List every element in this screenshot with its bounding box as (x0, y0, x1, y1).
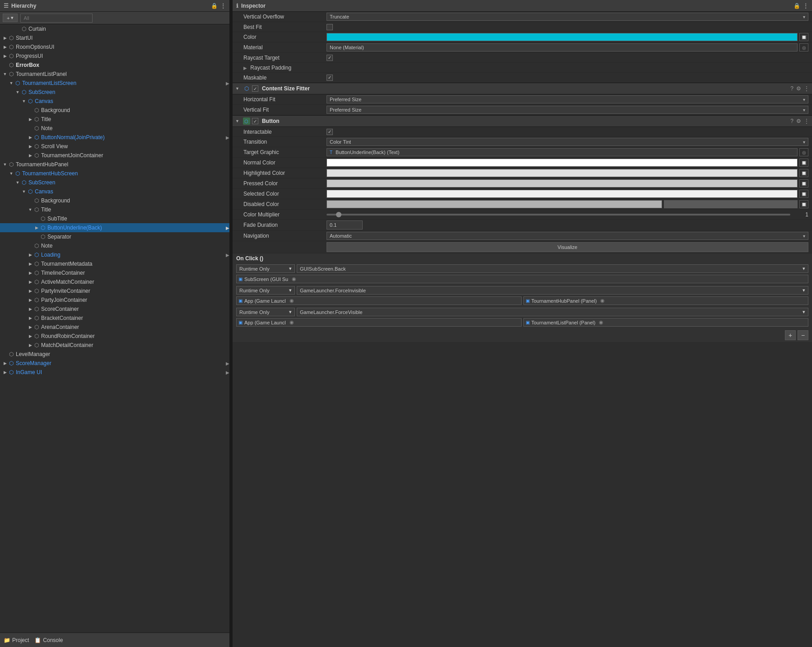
section-enabled-checkbox[interactable]: ✓ (252, 85, 258, 92)
tree-item-canvas2[interactable]: ▼ ⬡ Canvas (0, 187, 229, 196)
raycast-padding-arrow[interactable]: ▶ (243, 66, 247, 70)
visualize-button[interactable]: Visualize (327, 242, 808, 252)
highlighted-color-field[interactable] (327, 169, 798, 177)
expand-icon[interactable]: ▶ (27, 117, 33, 122)
tree-item-progressui[interactable]: ▶ ⬡ ProgressUI (0, 52, 229, 61)
expand-icon[interactable]: ▼ (14, 180, 21, 185)
function-dropdown-3[interactable]: GameLauncher.ForceVisible ▾ (297, 308, 808, 316)
tree-item-curtain[interactable]: ⬡ Curtain (0, 24, 229, 33)
color-multiplier-slider[interactable] (327, 214, 790, 216)
normal-color-eyedropper[interactable]: 🔲 (799, 159, 808, 167)
expand-icon[interactable]: ▶ (27, 135, 33, 140)
tree-item-loading[interactable]: ▶ ⬡ Loading ▶ (0, 250, 229, 259)
section-enabled-checkbox[interactable]: ✓ (252, 118, 258, 124)
tree-item-partyinvite[interactable]: ▶ ⬡ PartyInviteContainer (0, 286, 229, 295)
expand-icon[interactable]: ▶ (27, 316, 33, 320)
expand-icon[interactable]: ▼ (21, 99, 27, 103)
normal-color-field[interactable] (327, 159, 798, 167)
add-button[interactable]: + ▾ (3, 14, 18, 22)
tree-item-errorbox[interactable]: ⬡ ErrorBox (0, 61, 229, 70)
tree-item-background1[interactable]: ⬡ Background (0, 106, 229, 115)
right-expand-arrow[interactable]: ▶ (226, 81, 229, 86)
runtime-dropdown-2[interactable]: Runtime Only ▾ (236, 286, 295, 295)
obj-ref-2b[interactable]: ▣ TournamentHubPanel (Panel) ◉ (523, 296, 809, 305)
selected-color-eyedropper[interactable]: 🔲 (799, 190, 808, 198)
expand-icon[interactable]: ▶ (27, 307, 33, 311)
more-icon[interactable]: ⋮ (804, 85, 809, 92)
hierarchy-lock-icon[interactable]: 🔒 (211, 3, 218, 9)
expand-icon[interactable]: ▶ (27, 153, 33, 158)
obj-ref-3a[interactable]: ▣ App (Game Launcl ◉ (236, 318, 522, 327)
more-icon[interactable]: ⋮ (804, 118, 809, 124)
horizontal-fit-dropdown[interactable]: Preferred Size ▾ (327, 95, 808, 103)
project-tab[interactable]: 📁 Project (4, 637, 29, 643)
tree-item-scoremanager[interactable]: ▶ ⬡ ScoreManager ▶ (0, 359, 229, 368)
interactable-checkbox[interactable]: ✓ (327, 129, 333, 135)
expand-icon[interactable]: ▶ (27, 325, 33, 329)
expand-icon[interactable]: ▶ (2, 36, 8, 40)
tree-item-tournamenthubscreen[interactable]: ▼ ⬡ TournamentHubScreen (0, 169, 229, 178)
obj-circle-2a[interactable]: ◉ (289, 298, 294, 304)
selected-color-field[interactable] (327, 190, 798, 198)
tree-item-startui[interactable]: ▶ ⬡ StartUI (0, 33, 229, 42)
raycast-target-checkbox[interactable]: ✓ (327, 55, 333, 61)
tree-item-scrollview[interactable]: ▶ ⬡ Scroll View (0, 142, 229, 151)
target-graphic-ref-button[interactable]: ◎ (799, 148, 808, 156)
transition-dropdown[interactable]: Color Tint ▾ (327, 138, 808, 146)
tree-item-timelinecontainer[interactable]: ▶ ⬡ TimelineContainer (0, 268, 229, 277)
right-expand-arrow[interactable]: ▶ (226, 370, 229, 375)
tree-item-subtitle[interactable]: ⬡ SubTitle (0, 214, 229, 223)
slider-thumb[interactable] (336, 212, 341, 217)
expand-icon[interactable]: ▼ (8, 171, 14, 176)
tree-item-buttonnormal[interactable]: ▶ ⬡ ButtonNormal(JoinPrivate) ▶ (0, 133, 229, 142)
tree-item-subscreen2[interactable]: ▼ ⬡ SubScreen (0, 178, 229, 187)
tree-item-activematch[interactable]: ▶ ⬡ ActiveMatchContainer (0, 277, 229, 286)
expand-icon[interactable]: ▶ (2, 54, 8, 58)
expand-icon[interactable]: ▼ (14, 90, 21, 94)
expand-icon[interactable]: ▶ (27, 334, 33, 338)
tree-item-partyjoin[interactable]: ▶ ⬡ PartyJoinContainer (0, 295, 229, 305)
expand-icon[interactable]: ▶ (33, 225, 40, 230)
obj-circle-1a[interactable]: ◉ (292, 276, 296, 282)
expand-icon[interactable]: ▶ (27, 343, 33, 347)
tree-item-tournamentjoin[interactable]: ▶ ⬡ TournamentJoinContainer (0, 151, 229, 160)
right-expand-arrow[interactable]: ▶ (226, 361, 229, 366)
function-dropdown-1[interactable]: GUISubScreen.Back ▾ (297, 264, 808, 273)
obj-ref-3b[interactable]: ▣ TournamentListPanel (Panel) ◉ (523, 318, 809, 327)
function-dropdown-2[interactable]: GameLauncher.ForceInvisible ▾ (297, 286, 808, 295)
color-field[interactable] (327, 33, 798, 41)
settings-icon[interactable]: ⚙ (796, 85, 801, 92)
fade-duration-input[interactable] (327, 220, 363, 230)
expand-icon[interactable]: ▶ (27, 271, 33, 275)
section-collapse-icon[interactable]: ▼ (235, 86, 239, 91)
tree-item-canvas1[interactable]: ▼ ⬡ Canvas (0, 97, 229, 106)
disabled-color-field[interactable] (327, 200, 662, 208)
pressed-color-eyedropper[interactable]: 🔲 (799, 179, 808, 188)
inspector-lock-icon[interactable]: 🔒 (793, 3, 800, 9)
tree-item-title1[interactable]: ▶ ⬡ Title (0, 115, 229, 124)
obj-circle-2b[interactable]: ◉ (600, 298, 605, 304)
add-onclick-button[interactable]: + (785, 330, 796, 340)
tree-item-note1[interactable]: ⬡ Note (0, 124, 229, 133)
search-input[interactable] (20, 14, 93, 23)
tree-item-levelmanager[interactable]: ⬡ LevelManager (0, 350, 229, 359)
expand-icon[interactable]: ▶ (27, 298, 33, 302)
expand-icon[interactable]: ▼ (21, 189, 27, 194)
tree-item-note2[interactable]: ⬡ Note (0, 241, 229, 250)
console-tab[interactable]: 📋 Console (34, 637, 63, 643)
vertical-fit-dropdown[interactable]: Preferred Size ▾ (327, 106, 808, 114)
runtime-dropdown-3[interactable]: Runtime Only ▾ (236, 308, 295, 316)
tree-item-background2[interactable]: ⬡ Background (0, 196, 229, 205)
expand-icon[interactable]: ▼ (2, 162, 8, 167)
settings-icon[interactable]: ⚙ (796, 118, 801, 124)
tree-item-tournamenthubpanel[interactable]: ▼ ⬡ TournamentHubPanel (0, 160, 229, 169)
tree-item-buttonunderlineback[interactable]: ▶ ⬡ ButtonUnderline(Back) ▶ (0, 223, 229, 232)
expand-icon[interactable]: ▶ (27, 144, 33, 149)
best-fit-checkbox[interactable] (327, 24, 333, 30)
expand-icon[interactable]: ▶ (27, 262, 33, 266)
expand-icon[interactable]: ▼ (8, 81, 14, 85)
tree-item-roomoptionsui[interactable]: ▶ ⬡ RoomOptionsUI (0, 42, 229, 52)
hierarchy-more-icon[interactable]: ⋮ (220, 3, 226, 9)
navigation-dropdown[interactable]: Automatic ▾ (327, 232, 808, 240)
disabled-color-eyedropper[interactable]: 🔲 (799, 200, 808, 208)
